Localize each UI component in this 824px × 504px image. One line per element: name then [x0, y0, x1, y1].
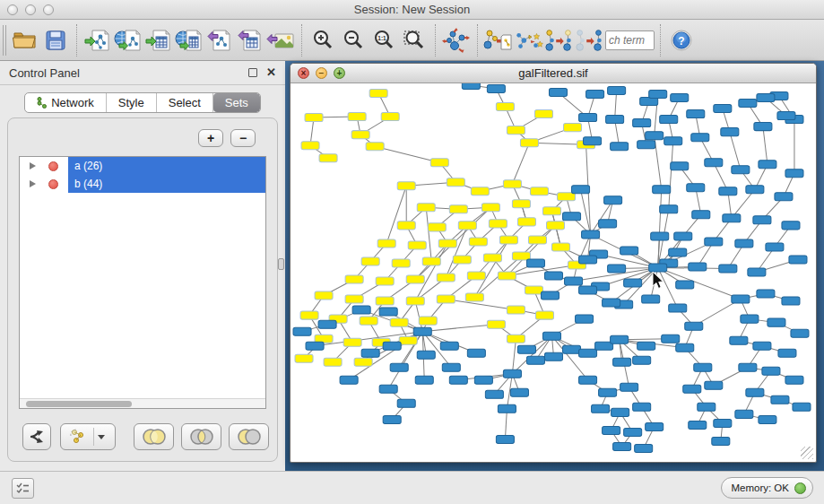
sets-list[interactable]: a (26) b (44)	[19, 156, 266, 409]
network-node	[306, 342, 324, 350]
network-node	[754, 123, 772, 131]
network-node	[685, 322, 703, 330]
export-image-button[interactable]	[265, 24, 296, 56]
network-node	[390, 363, 408, 371]
network-node	[582, 230, 600, 239]
difference-sets-button[interactable]	[229, 423, 269, 450]
scrollbar-thumb[interactable]	[26, 401, 132, 407]
network-view-window[interactable]: × − + galFiltered.sif	[290, 63, 817, 463]
network-node	[719, 265, 737, 273]
network-node	[361, 349, 379, 357]
remove-set-button[interactable]: −	[230, 129, 256, 147]
network-node	[791, 329, 809, 337]
network-node	[611, 408, 629, 416]
window-titlebar: Session: New Session	[0, 0, 824, 20]
add-set-button[interactable]: +	[198, 129, 223, 147]
network-node	[447, 178, 464, 187]
network-node	[579, 349, 597, 357]
export-table-button[interactable]	[235, 24, 265, 56]
tab-network-label: Network	[51, 96, 94, 109]
apply-layout-button[interactable]	[441, 24, 472, 56]
network-node	[687, 184, 705, 192]
union-sets-button[interactable]	[134, 423, 174, 450]
open-session-button[interactable]	[10, 24, 40, 56]
network-node	[669, 248, 687, 256]
network-node	[579, 256, 597, 264]
export-network-button[interactable]	[204, 24, 235, 56]
network-node	[646, 422, 664, 430]
import-table-from-file-button[interactable]	[143, 24, 174, 56]
network-node	[381, 113, 399, 121]
save-session-button[interactable]	[40, 24, 71, 56]
tab-select[interactable]: Select	[157, 93, 213, 112]
select-first-neighbors-button[interactable]	[514, 24, 544, 56]
network-node	[345, 275, 363, 283]
resize-grip[interactable]	[801, 447, 813, 459]
import-network-from-file-button[interactable]	[82, 24, 113, 56]
automation-panel-button[interactable]	[12, 478, 34, 499]
export-selection-to-file-button[interactable]	[483, 24, 514, 56]
network-node	[293, 327, 311, 335]
network-desktop: × − + galFiltered.sif	[285, 61, 824, 471]
split-set-button[interactable]	[22, 423, 51, 450]
intersect-sets-button[interactable]	[181, 423, 221, 450]
import-table-from-web-button[interactable]	[174, 24, 204, 56]
float-panel-icon[interactable]	[248, 68, 257, 77]
network-node	[599, 220, 617, 228]
control-panel-tabbar: Network Style Select Sets	[0, 92, 285, 113]
network-canvas[interactable]	[291, 83, 815, 461]
network-node	[301, 142, 319, 150]
svg-text:1:1: 1:1	[377, 35, 386, 41]
network-node	[778, 349, 796, 357]
network-node	[546, 222, 564, 230]
expand-triangle-icon[interactable]	[30, 162, 36, 169]
chevron-down-icon[interactable]	[98, 435, 105, 439]
network-canvas-svg[interactable]	[291, 83, 815, 461]
network-node	[507, 126, 525, 135]
network-node	[300, 311, 318, 319]
network-node	[415, 376, 433, 384]
network-node	[624, 428, 642, 436]
network-node	[712, 437, 730, 445]
network-node	[599, 388, 617, 396]
import-network-from-web-button[interactable]	[113, 24, 143, 56]
network-node	[698, 403, 716, 411]
zoom-fit-selected-icon	[402, 29, 427, 52]
horizontal-scrollbar[interactable]	[20, 398, 265, 408]
tab-sets[interactable]: Sets	[213, 93, 260, 112]
zoom-out-button[interactable]	[338, 24, 369, 56]
network-node	[714, 105, 732, 113]
expand-triangle-icon[interactable]	[30, 180, 36, 187]
memory-status-button[interactable]: Memory: OK	[721, 477, 813, 499]
zoom-actual-size-icon: 1:1	[372, 29, 395, 52]
network-node	[739, 100, 757, 108]
tab-network[interactable]: Network	[25, 93, 107, 112]
network-node	[613, 442, 631, 450]
zoom-fit-selected-button[interactable]	[399, 24, 429, 56]
toolbar-drag-grip[interactable]	[3, 25, 6, 56]
main-area: Control Panel ✕ Network Style	[0, 61, 824, 471]
tab-style[interactable]: Style	[107, 93, 157, 112]
new-network-from-selection-all-button[interactable]	[544, 24, 575, 56]
network-node	[613, 358, 631, 366]
network-node	[691, 134, 709, 142]
zoom-actual-size-button[interactable]: 1:1	[369, 24, 399, 56]
network-node	[671, 94, 689, 102]
network-node	[611, 335, 629, 343]
network-window-titlebar[interactable]: × − + galFiltered.sif	[291, 64, 816, 83]
new-network-from-selection-selected-button[interactable]	[575, 24, 605, 56]
zoom-in-button[interactable]	[308, 24, 338, 56]
combo-divider	[93, 428, 94, 446]
network-node	[705, 159, 723, 167]
network-node	[318, 320, 336, 328]
list-item[interactable]: a (26)	[20, 157, 265, 175]
network-node	[606, 116, 624, 124]
help-button[interactable]: ?	[666, 24, 697, 56]
search-input[interactable]	[605, 30, 655, 50]
network-node	[517, 218, 535, 226]
list-item[interactable]: b (44)	[20, 175, 265, 193]
network-node	[638, 342, 655, 350]
close-panel-icon[interactable]: ✕	[266, 68, 276, 77]
splitter-handle[interactable]	[278, 258, 284, 270]
create-set-combo-button[interactable]	[60, 423, 116, 450]
